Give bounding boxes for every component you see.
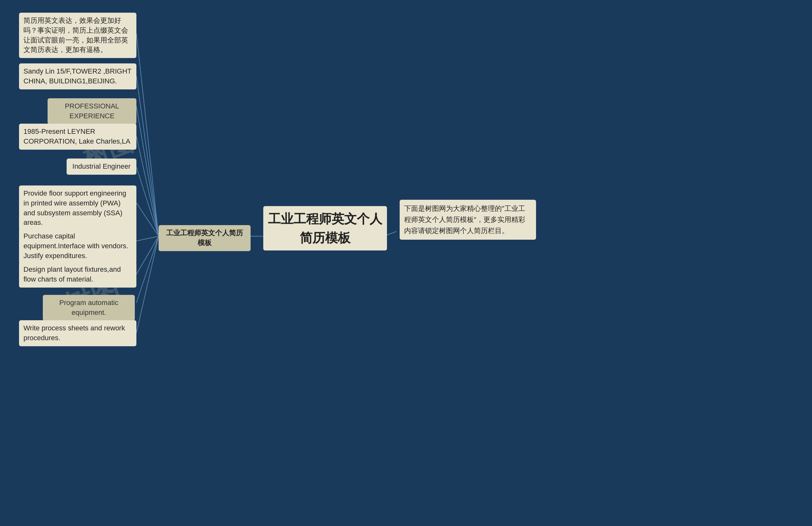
program-node: Program automatic equipment. bbox=[43, 295, 135, 321]
svg-line-3 bbox=[136, 136, 159, 236]
company-node: 1985-Present LEYNER CORPORATION, Lake Ch… bbox=[19, 123, 136, 150]
provide-node: Provide floor support engineering in pri… bbox=[19, 186, 136, 231]
main-title-text: 工业工程师英文个人简历模板 bbox=[268, 209, 382, 247]
svg-line-7 bbox=[136, 236, 159, 274]
program-text: Program automatic equipment. bbox=[59, 299, 118, 317]
address-text: Sandy Lin 15/F,TOWER2 ,BRIGHT CHINA, BUI… bbox=[24, 67, 131, 85]
center-label-node: 工业工程师英文个人简历模板 bbox=[159, 225, 250, 251]
purchase-node: Purchase capital equipment.Interface wit… bbox=[19, 228, 136, 264]
address-node: Sandy Lin 15/F,TOWER2 ,BRIGHT CHINA, BUI… bbox=[19, 63, 136, 89]
prof-exp-text: PROFESSIONAL EXPERIENCE bbox=[65, 102, 119, 120]
prof-exp-node: PROFESSIONAL EXPERIENCE bbox=[47, 98, 136, 124]
ie-text: Industrial Engineer bbox=[72, 162, 130, 170]
mind-map: 树图 树图 简历用英文表达，效果会更加好吗？事实证明，简历上点缀英文会让面试官眼… bbox=[0, 0, 812, 526]
purchase-text: Purchase capital equipment.Interface wit… bbox=[24, 232, 128, 260]
svg-line-6 bbox=[136, 236, 159, 241]
ie-node: Industrial Engineer bbox=[67, 159, 136, 175]
intro-text: 简历用英文表达，效果会更加好吗？事实证明，简历上点缀英文会让面试官眼前一亮，如果… bbox=[24, 16, 128, 54]
svg-line-4 bbox=[136, 167, 159, 236]
right-desc-text: 下面是树图网为大家精心整理的"工业工程师英文个人简历模板"，更多实用精彩内容请锁… bbox=[404, 205, 525, 235]
main-title-node: 工业工程师英文个人简历模板 bbox=[263, 206, 387, 250]
right-desc-node: 下面是树图网为大家精心整理的"工业工程师英文个人简历模板"，更多实用精彩内容请锁… bbox=[400, 200, 536, 240]
company-text: 1985-Present LEYNER CORPORATION, Lake Ch… bbox=[24, 128, 130, 145]
design-text: Design plant layout fixtures,and flow ch… bbox=[24, 265, 121, 283]
svg-line-2 bbox=[136, 106, 159, 236]
svg-line-9 bbox=[136, 236, 159, 333]
center-label-text: 工业工程师英文个人简历模板 bbox=[166, 229, 243, 247]
design-node: Design plant layout fixtures,and flow ch… bbox=[19, 262, 136, 288]
intro-node: 简历用英文表达，效果会更加好吗？事实证明，简历上点缀英文会让面试官眼前一亮，如果… bbox=[19, 13, 136, 58]
write-node: Write process sheets and rework procedur… bbox=[19, 320, 136, 346]
svg-line-1 bbox=[136, 76, 159, 236]
provide-text: Provide floor support engineering in pri… bbox=[24, 189, 126, 227]
svg-line-8 bbox=[136, 236, 159, 303]
svg-line-5 bbox=[136, 203, 159, 236]
write-text: Write process sheets and rework procedur… bbox=[24, 324, 125, 342]
svg-line-0 bbox=[136, 33, 159, 236]
